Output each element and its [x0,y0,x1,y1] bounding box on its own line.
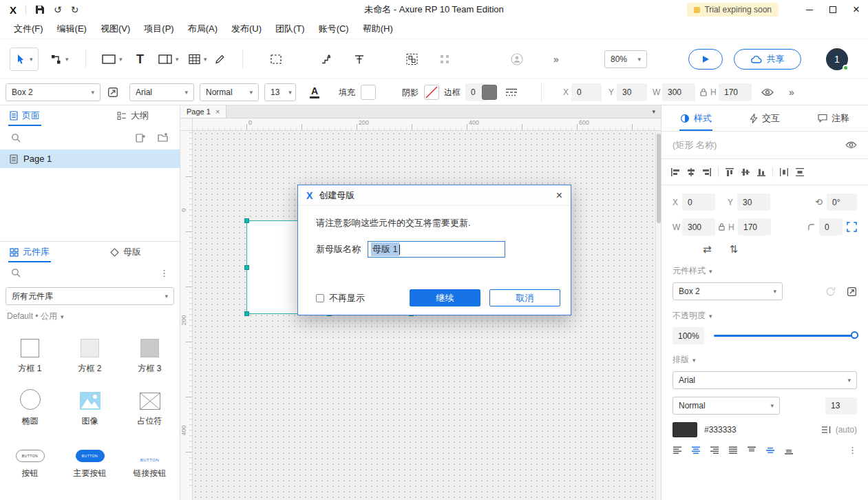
tab-notes[interactable]: 注释 [799,105,868,131]
send-to-back-tool[interactable] [354,54,365,65]
zoom-select[interactable]: 80% ▾ [604,50,647,68]
font-weight-select[interactable]: Normal ▾ [673,397,780,415]
widget-image[interactable]: 图像 [60,380,120,433]
add-page-icon[interactable] [136,133,145,143]
fill-swatch[interactable] [361,85,376,100]
minimize-button[interactable]: ─ [798,0,821,19]
selection-handle[interactable] [244,265,249,270]
continue-button[interactable]: 继续 [410,289,480,306]
menu-arrange[interactable]: 布局(A) [181,19,224,39]
text-align-right-icon[interactable] [710,446,719,455]
menu-team[interactable]: 团队(T) [268,19,312,39]
text-valign-middle-icon[interactable] [765,446,775,455]
font-color-swatch[interactable] [673,422,697,437]
preview-button[interactable] [688,49,723,70]
text-valign-top-icon[interactable] [747,446,756,455]
font-size-select[interactable]: 13 ▾ [264,83,296,101]
text-valign-bottom-icon[interactable] [784,446,794,455]
widget-name-input[interactable]: (矩形 名称) [673,139,717,152]
x-input[interactable]: 0 [682,194,715,211]
shadow-swatch[interactable] [424,85,439,100]
update-style-icon[interactable] [825,287,836,297]
widget-box2[interactable]: 方框 2 [60,328,120,380]
tab-widget-library[interactable]: 元件库 [7,242,52,262]
menu-file[interactable]: 文件(F) [7,19,50,39]
add-folder-icon[interactable] [158,133,169,143]
font-size-input[interactable]: 13 [825,397,857,415]
vertical-scrollbar[interactable] [655,131,661,500]
dont-show-again-checkbox[interactable]: 不再显示 [316,292,365,304]
library-section-header[interactable]: Default • 公用 ▾ [0,308,180,325]
ungroup-tool[interactable] [439,54,450,65]
font-family-select[interactable]: Arial ▾ [129,83,194,101]
font-family-select[interactable]: Arial ▾ [673,371,857,389]
search-icon[interactable] [11,133,21,143]
widget-link-button[interactable]: BUTTON链接按钮 [120,433,180,485]
trial-badge[interactable]: Trial expiring soon [687,3,779,17]
close-tab-icon[interactable]: × [215,107,220,116]
connector-tool[interactable]: ▾ [51,54,69,65]
select-tool[interactable]: ▾ [10,48,39,71]
corner-radius-input[interactable]: 0 [819,218,843,236]
border-color-swatch[interactable] [482,85,497,100]
tab-interaction[interactable]: 交互 [730,105,799,131]
h-input[interactable]: 170 [719,83,752,101]
line-height-input[interactable]: (auto) [836,425,857,435]
share-button[interactable]: 共享 [734,49,801,70]
menu-help[interactable]: 帮助(H) [356,19,400,39]
font-weight-select[interactable]: Normal ▾ [200,83,259,101]
layout-tool[interactable]: ▾ [158,54,179,64]
group-tool[interactable] [406,53,418,65]
style-picker-icon[interactable] [847,287,857,297]
opacity-slider[interactable] [714,335,857,337]
text-color-button[interactable]: A [310,86,319,98]
rectangle-tool[interactable]: ▾ [102,54,123,64]
align-right-icon[interactable] [702,167,712,177]
scrollbar-thumb[interactable] [657,134,661,223]
widget-ellipse[interactable]: 椭圆 [0,380,60,433]
text-align-left-icon[interactable] [673,446,682,455]
page-tab[interactable]: Page 1 × [180,105,226,118]
widget-style-select[interactable]: Box 2 ▾ [673,282,783,300]
redo-icon[interactable]: ↻ [71,4,79,15]
visibility-button[interactable] [761,88,774,96]
align-bottom-icon[interactable] [756,167,766,177]
lock-ratio-button[interactable] [699,87,708,97]
h-input[interactable]: 170 [738,218,771,236]
menu-edit[interactable]: 编辑(E) [50,19,94,39]
flip-vertical-icon[interactable]: ⇅ [730,243,739,256]
y-input[interactable]: 30 [617,83,647,101]
selection-handle[interactable] [244,311,249,316]
page-list-item[interactable]: Page 1 [0,149,180,168]
bring-to-front-tool[interactable] [321,53,332,65]
w-input[interactable]: 300 [662,83,695,101]
tab-outline[interactable]: 大纲 [114,105,151,126]
w-input[interactable]: 300 [682,218,715,236]
widget-style-select[interactable]: Box 2 ▾ [6,83,100,101]
save-icon[interactable] [35,5,45,14]
y-input[interactable]: 30 [737,194,770,211]
lock-ratio-icon[interactable] [718,222,726,231]
text-align-center-icon[interactable] [691,446,701,455]
widget-style-section-header[interactable]: 元件样式 ▾ [673,265,857,277]
selection-handle[interactable] [244,218,249,223]
widget-button[interactable]: BUTTON按钮 [0,433,60,485]
avatar[interactable]: 1 [826,48,848,70]
x-input[interactable]: 0 [571,83,602,101]
align-center-icon[interactable] [686,167,696,177]
tab-masters[interactable]: 母版 [107,242,144,262]
flip-horizontal-icon[interactable]: ⇄ [703,243,712,256]
ruler-corner[interactable] [180,118,193,131]
distribute-horizontal-icon[interactable] [779,167,789,177]
tab-list-caret-icon[interactable]: ▾ [652,108,661,115]
widget-placeholder[interactable]: 占位符 [120,380,180,433]
master-name-input[interactable]: 母版 1 [368,241,505,258]
library-select[interactable]: 所有元件库 ▾ [6,287,174,305]
menu-account[interactable]: 账号(C) [312,19,356,39]
tab-pages[interactable]: 页面 [7,105,43,126]
widget-h2[interactable]: H2H2 [60,485,120,500]
opacity-section-header[interactable]: 不透明度 ▾ [673,310,857,322]
style-picker-button[interactable] [107,87,118,98]
close-button[interactable]: × [845,0,868,19]
tab-style[interactable]: 样式 [661,105,730,131]
